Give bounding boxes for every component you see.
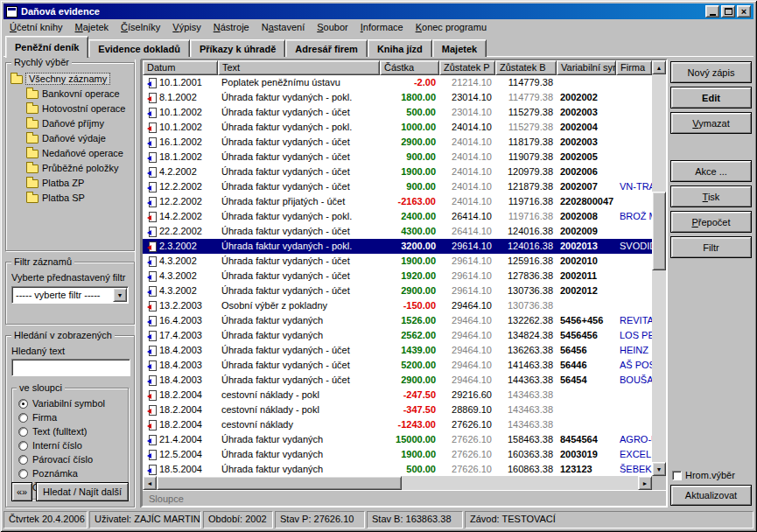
chevron-down-icon[interactable]: ▼ <box>113 288 127 302</box>
tree-item-2[interactable]: Hotovostní operace <box>11 101 132 116</box>
radio-option-2[interactable]: Firma <box>18 410 125 424</box>
tree-item-4[interactable]: Daňové výdaje <box>11 130 132 145</box>
table-row[interactable]: 16.4.2003Úhrada faktur vydaných1526.0029… <box>143 313 652 328</box>
tab-6[interactable]: Majetek <box>432 39 487 57</box>
table-row[interactable]: 18.2.2004cestovní náklady-1243.0027626.1… <box>143 417 652 432</box>
cell-date: 12.2.2002 <box>143 179 218 194</box>
horizontal-scroll-thumb[interactable] <box>157 476 402 490</box>
tree-item-root[interactable]: Všechny záznamy <box>11 71 132 86</box>
action-button-6[interactable]: Přepočet <box>670 211 752 233</box>
update-button[interactable]: Aktualizovat <box>670 485 752 506</box>
column-header-1[interactable]: Datum <box>143 60 218 75</box>
table-row[interactable]: 22.2.2002Úhrada faktur vydaných - účet43… <box>143 224 652 239</box>
action-button-3[interactable]: Vymazat <box>670 112 752 134</box>
table-row[interactable]: 4.3.2002Úhrada faktur vydaných - účet190… <box>143 254 652 269</box>
table-row[interactable]: 18.2.2004cestovní náklady - pokl-347.502… <box>143 402 652 417</box>
find-button[interactable]: Hledat / Najít další <box>36 482 129 501</box>
menu-item-6[interactable]: Nastavení <box>256 20 312 34</box>
radio-option-6[interactable]: Poznámka <box>18 466 125 480</box>
bulk-select-row[interactable]: Hrom.výběr <box>670 470 752 480</box>
table-row[interactable]: 18.4.2003Úhrada faktur vydaných - účet52… <box>143 358 652 373</box>
splitter[interactable] <box>135 60 141 508</box>
vertical-scroll-thumb[interactable] <box>652 192 666 270</box>
table-row[interactable]: 17.4.2003Úhrada faktur vydaných2562.0029… <box>143 328 652 343</box>
action-button-2[interactable]: Edit <box>670 87 752 108</box>
search-input[interactable] <box>11 359 130 376</box>
menu-item-9[interactable]: Konec programu <box>410 20 493 34</box>
action-button-5[interactable]: Tisk <box>670 186 752 207</box>
radio-icon[interactable] <box>18 399 28 409</box>
radio-icon[interactable] <box>18 413 28 423</box>
tree-item-7[interactable]: Platba ZP <box>11 175 132 190</box>
tab-1[interactable]: Peněžní deník <box>5 36 88 58</box>
search-prev-button[interactable]: «» <box>11 482 32 501</box>
column-header-5[interactable]: Zůstatek B <box>495 60 557 75</box>
table-row[interactable]: 12.2.2002Úhrada faktur vydaných - účet90… <box>143 179 652 194</box>
column-header-2[interactable]: Text <box>218 60 380 75</box>
column-header-4[interactable]: Zůstatek P <box>439 60 495 75</box>
action-button-4[interactable]: Akce ... <box>670 160 752 182</box>
tree-item-8[interactable]: Platba SP <box>11 190 132 205</box>
menu-item-7[interactable]: Soubor <box>311 20 354 34</box>
table-row[interactable]: 14.2.2002Úhrada faktur vydaných - pokl.2… <box>143 209 652 224</box>
close-button[interactable]: × <box>737 5 751 18</box>
table-row[interactable]: 13.2.2003Osobní výběr z pokladny-150.002… <box>143 298 652 313</box>
tree-item-6[interactable]: Průběžné položky <box>11 160 132 175</box>
menu-item-8[interactable]: Informace <box>354 20 410 34</box>
table-row[interactable]: 18.4.2003Úhrada faktur vydaných - účet14… <box>143 343 652 358</box>
column-header-3[interactable]: Částka <box>380 60 439 75</box>
action-button-7[interactable]: Filtr <box>670 236 752 258</box>
table-row[interactable]: 21.4.2004Úhrada faktur vydaných15000.002… <box>143 432 652 447</box>
table-row[interactable]: 18.1.2002Úhrada faktur vydaných - účet90… <box>143 150 652 164</box>
table-row[interactable]: 12.2.2002Úhrada faktur přijatých - účet-… <box>143 194 652 209</box>
table-row[interactable]: 4.3.2002Úhrada faktur vydaných - účet192… <box>143 269 652 284</box>
cell-date: 4.3.2002 <box>143 284 218 298</box>
bulk-select-checkbox[interactable] <box>672 471 682 480</box>
table-row[interactable]: 10.1.2002Úhrada faktur vydaných - účet50… <box>143 105 652 120</box>
tree-item-3[interactable]: Daňové příjmy <box>11 116 132 130</box>
tab-3[interactable]: Příkazy k úhradě <box>190 39 285 57</box>
radio-option-1[interactable]: Variabilní symbol <box>18 396 125 410</box>
tree-item-5[interactable]: Nedaňové operace <box>11 145 132 160</box>
scroll-right-icon[interactable]: ► <box>638 476 652 490</box>
menu-item-4[interactable]: Výpisy <box>166 20 207 34</box>
table-row[interactable]: 10.1.2002Úhrada faktur vydaných - pokl.1… <box>143 120 652 135</box>
column-header-7[interactable]: Firma <box>616 60 652 75</box>
table-row[interactable]: 16.1.2002Úhrada faktur vydaných - účet29… <box>143 135 652 150</box>
menu-item-1[interactable]: Účetní knihy <box>4 20 69 34</box>
radio-option-4[interactable]: Interní číslo <box>18 438 125 452</box>
radio-option-3[interactable]: Text (fulltext) <box>18 424 125 438</box>
horizontal-scrollbar[interactable]: ◄ ► <box>143 476 652 490</box>
scroll-up-icon[interactable]: ▲ <box>652 60 666 74</box>
radio-option-5[interactable]: Párovací číslo <box>18 452 125 466</box>
menu-item-3[interactable]: Číselníky <box>115 20 166 34</box>
action-button-1[interactable]: Nový zápis <box>670 61 752 83</box>
tree-item-1[interactable]: Bankovní operace <box>11 86 132 101</box>
tab-4[interactable]: Adresář firem <box>285 39 368 57</box>
minimize-button[interactable] <box>705 5 719 18</box>
radio-icon[interactable] <box>18 469 28 479</box>
table-row[interactable]: 18.4.2003Úhrada faktur vydaných - účet29… <box>143 373 652 388</box>
vertical-scrollbar[interactable]: ▲ ▼ <box>652 60 666 476</box>
menu-item-5[interactable]: Nástroje <box>207 20 256 34</box>
table-row[interactable]: 4.3.2002Úhrada faktur vydaných - účet290… <box>143 284 652 298</box>
table-row[interactable]: 8.1.2002Úhrada faktur vydaných - pokl.18… <box>143 90 652 105</box>
table-row[interactable]: 18.2.2004cestovní náklady - pokl-247.502… <box>143 388 652 402</box>
column-header-6[interactable]: Variabilní sym... <box>557 60 616 75</box>
maximize-button[interactable] <box>721 5 735 18</box>
scroll-left-icon[interactable]: ◄ <box>143 476 157 490</box>
radio-icon[interactable] <box>18 455 28 465</box>
radio-icon[interactable] <box>18 441 28 451</box>
table-row[interactable]: 4.2.2002Úhrada faktur vydaných - účet190… <box>143 164 652 179</box>
table-row[interactable]: 18.5.2004Úhrada faktur vydaných500.00276… <box>143 462 652 476</box>
scroll-down-icon[interactable]: ▼ <box>652 462 666 476</box>
columns-button[interactable]: Sloupce <box>149 494 184 504</box>
table-row[interactable]: 12.5.2004Úhrada faktur vydaných1900.0027… <box>143 447 652 462</box>
filter-combobox[interactable]: ----- vyberte filtr ----- ▼ <box>11 286 129 304</box>
radio-icon[interactable] <box>18 427 28 437</box>
table-row[interactable]: 2.3.2002Úhrada faktur vydaných - pokl.32… <box>143 239 652 254</box>
tab-2[interactable]: Evidence dokladů <box>88 39 190 57</box>
menu-item-2[interactable]: Majetek <box>69 20 116 34</box>
table-row[interactable]: 10.1.2001Poplatek peněžnímu ústavu-2.002… <box>143 75 652 90</box>
tab-5[interactable]: Kniha jízd <box>368 39 432 57</box>
